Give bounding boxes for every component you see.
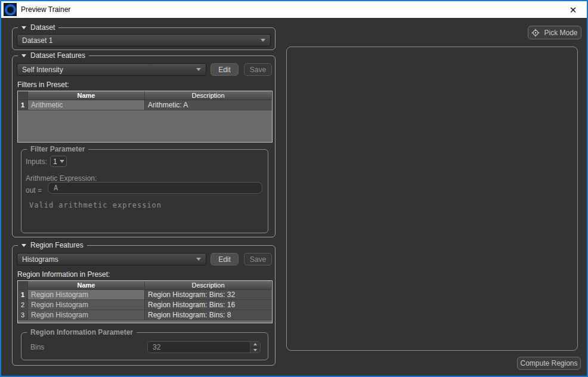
region-features-preset-select[interactable]: Histograms [17,253,206,265]
titlebar: Preview Trainer ✕ [1,1,587,18]
region-parameter-title: Region Information Parameter [30,328,133,336]
filter-parameter-title: Filter Parameter [30,145,85,153]
region-parameter-group: Region Information Parameter Bins [21,332,268,360]
column-header-name[interactable]: Name [28,281,145,290]
table-row[interactable]: 1 Region Histogram Region Histogram: Bin… [18,290,272,300]
collapse-arrow-icon[interactable] [21,244,26,247]
cell-description[interactable]: Arithmetic: A [145,100,272,110]
app-logo-ring [5,4,16,16]
filters-table[interactable]: Name Description 1 Arithmetic Arithmetic… [17,91,273,143]
compute-regions-label: Compute Regions [520,359,577,367]
dataset-group-title: Dataset [30,23,55,32]
expression-validation-message: Valid arithmetic expression [29,201,162,209]
bins-spinbox[interactable] [147,341,261,353]
row-number[interactable]: 1 [18,290,28,300]
region-features-group: Region Features Histograms Edit Save Reg… [12,245,276,366]
close-icon: ✕ [570,5,577,14]
application-window: Preview Trainer ✕ Pick Mode Compute Regi… [0,0,588,377]
out-equals-label: out = [26,186,42,194]
region-parameter-legend: Region Information Parameter [27,328,137,336]
table-row[interactable]: 2 Region Histogram Region Histogram: Bin… [18,300,272,310]
bins-input[interactable] [148,342,250,353]
cell-description[interactable]: Region Histogram: Bins: 32 [145,290,272,300]
preview-viewport[interactable] [286,47,578,351]
pick-mode-label: Pick Mode [544,29,577,37]
table-corner [18,281,28,290]
dataset-select[interactable]: Dataset 1 [17,34,271,47]
compute-regions-button[interactable]: Compute Regions [517,357,581,370]
region-features-edit-button[interactable]: Edit [211,253,239,265]
dropdown-arrow-icon [261,39,265,42]
region-info-in-preset-label: Region Information in Preset: [17,270,110,279]
dataset-features-legend: Dataset Features [18,51,89,60]
cell-description[interactable]: Region Histogram: Bins: 8 [145,310,272,320]
crosshair-icon [531,29,540,37]
dataset-features-title: Dataset Features [30,51,85,60]
app-logo-icon [4,3,17,16]
dataset-features-edit-button[interactable]: Edit [211,63,239,76]
spinner-buttons [250,342,260,353]
spin-up-icon [253,343,257,345]
filter-parameter-group: Filter Parameter Inputs: 1 Arithmetic Ex… [21,149,268,233]
cell-name[interactable]: Region Histogram [28,290,145,300]
dataset-features-group: Dataset Features Self Intensity Edit Sav… [12,55,276,237]
inputs-select[interactable]: 1 [50,156,67,167]
column-header-description[interactable]: Description [145,91,272,100]
inputs-label: Inputs: [26,157,47,166]
table-corner [18,91,28,100]
table-header: Name Description [18,91,272,100]
close-button[interactable]: ✕ [559,1,587,18]
spin-up-button[interactable] [250,342,260,348]
dataset-features-preset-select[interactable]: Self Intensity [17,63,206,76]
edit-label: Edit [218,66,231,74]
collapse-arrow-icon[interactable] [21,54,26,57]
spin-down-button[interactable] [250,348,260,353]
table-header: Name Description [18,281,272,290]
filter-parameter-legend: Filter Parameter [27,145,88,153]
expression-input[interactable] [48,182,262,194]
region-info-table[interactable]: Name Description 1 Region Histogram Regi… [17,280,273,323]
table-empty-area [18,110,272,142]
dataset-features-preset-value: Self Intensity [22,66,63,74]
spin-down-icon [253,349,257,351]
table-empty-area [18,320,272,323]
filters-in-preset-label: Filters in Preset: [17,81,69,89]
window-title: Preview Trainer [21,5,70,14]
column-header-name[interactable]: Name [28,91,145,100]
region-features-title: Region Features [30,241,83,249]
inputs-select-value: 1 [53,157,57,166]
column-header-description[interactable]: Description [145,281,272,290]
dropdown-arrow-icon [60,160,64,163]
bins-label: Bins [30,343,44,351]
cell-name[interactable]: Region Histogram [28,300,145,310]
region-features-save-button[interactable]: Save [244,253,272,265]
pick-mode-button[interactable]: Pick Mode [528,26,581,39]
table-row[interactable]: 1 Arithmetic Arithmetic: A [18,100,272,110]
dataset-group-legend: Dataset [18,23,58,32]
dataset-group: Dataset Dataset 1 [12,27,276,50]
row-number[interactable]: 2 [18,300,28,310]
row-number[interactable]: 3 [18,310,28,320]
dropdown-arrow-icon [196,258,201,261]
row-number[interactable]: 1 [18,100,28,110]
region-features-preset-value: Histograms [22,255,58,264]
save-label: Save [250,66,266,74]
dataset-features-save-button[interactable]: Save [244,63,272,76]
dataset-select-value: Dataset 1 [22,36,52,45]
dropdown-arrow-icon [196,68,201,71]
table-row[interactable]: 3 Region Histogram Region Histogram: Bin… [18,310,272,320]
arithmetic-expression-label: Arithmetic Expression: [26,174,97,183]
cell-description[interactable]: Region Histogram: Bins: 16 [145,300,272,310]
collapse-arrow-icon[interactable] [21,26,26,29]
cell-name[interactable]: Region Histogram [28,310,145,320]
cell-name[interactable]: Arithmetic [28,100,145,110]
edit-label: Edit [218,255,231,264]
region-features-legend: Region Features [18,241,87,249]
save-label: Save [250,255,266,264]
